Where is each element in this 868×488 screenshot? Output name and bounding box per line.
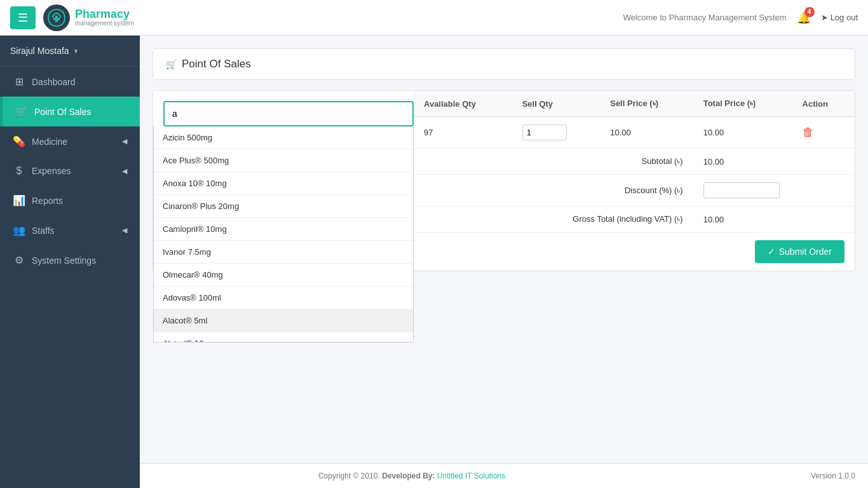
subtotal-label: Subtotal (৳)	[414, 149, 693, 175]
arrow-icon: ◀	[122, 167, 127, 175]
medicine-dropdown: Azicin 500mgAce Plus® 500mgAnoxa 10® 10m…	[153, 126, 414, 342]
arrow-icon: ◀	[122, 137, 127, 146]
order-panel: Available Qty Sell Qty Sell Price (৳) To…	[414, 91, 855, 271]
sidebar-item-medicine[interactable]: 💊 Medicine ◀	[0, 126, 140, 156]
sidebar-item-label-system-settings: System Settings	[32, 255, 96, 266]
discount-label: Discount (%) (৳)	[414, 175, 693, 207]
cell-available-qty: 97	[414, 117, 512, 149]
sidebar-item-dashboard[interactable]: ⊞ Dashboard	[0, 67, 140, 97]
sidebar: Sirajul Mostafa ▼ ⊞ Dashboard 🛒 Point Of…	[0, 36, 140, 488]
sidebar-item-point-of-sales[interactable]: 🛒 Point Of Sales	[0, 97, 140, 126]
checkmark-icon: ✓	[768, 247, 775, 257]
app-subtitle: management system	[75, 20, 134, 27]
cell-sell-qty	[512, 117, 600, 149]
system-settings-icon: ⚙	[13, 254, 25, 266]
dropdown-item[interactable]: Ace Plus® 500mg	[154, 149, 413, 172]
sidebar-item-system-settings[interactable]: ⚙ System Settings	[0, 245, 140, 275]
medicine-icon: 💊	[13, 135, 25, 147]
pos-card: a Azicin 500mgAce Plus® 500mgAnoxa 10® 1…	[153, 90, 855, 271]
navbar: ☰ Pharmacy management system Welcome to …	[0, 0, 868, 36]
sidebar-item-staffs[interactable]: 👥 Staffs ◀	[0, 215, 140, 245]
navbar-right: Welcome to Pharmacy Management System 🔔 …	[623, 11, 858, 25]
submit-label: Submit Order	[779, 247, 832, 257]
logout-button[interactable]: ➤ Log out	[821, 13, 858, 22]
dropdown-item[interactable]: Camlopril® 10mg	[154, 218, 413, 241]
sell-qty-input[interactable]	[522, 125, 567, 140]
welcome-text: Welcome to Pharmacy Management System	[623, 13, 787, 22]
cell-sell-price: 10.00	[600, 117, 693, 149]
sidebar-item-expenses[interactable]: $ Expenses ◀	[0, 156, 140, 186]
notification-badge: 4	[804, 7, 815, 17]
discount-value	[693, 175, 855, 207]
page-header-icon: 🛒	[166, 59, 177, 69]
point-of-sales-icon: 🛒	[15, 105, 28, 118]
medicine-search-input[interactable]: a	[163, 101, 414, 126]
col-total-price: Total Price (৳)	[693, 91, 792, 117]
user-name: Sirajul Mostafa	[10, 46, 69, 56]
logo-icon	[43, 4, 70, 31]
sidebar-item-label-medicine: Medicine	[32, 137, 67, 147]
discount-input[interactable]	[703, 182, 780, 198]
table-row: 97 10.00 10.00 🗑	[414, 117, 855, 149]
reports-icon: 📊	[13, 194, 25, 207]
submit-area: ✓ Submit Order	[414, 233, 855, 271]
sidebar-item-label-point-of-sales: Point Of Sales	[34, 107, 92, 117]
dropdown-item[interactable]: Ivanor 7.5mg	[154, 241, 413, 264]
staffs-icon: 👥	[13, 224, 25, 236]
discount-row: Discount (%) (৳)	[414, 175, 855, 207]
logo-text-area: Pharmacy management system	[75, 8, 134, 27]
cell-action: 🗑	[792, 117, 855, 149]
dropdown-item[interactable]: Adovas® 100ml	[154, 287, 413, 309]
sidebar-item-label-expenses: Expenses	[32, 166, 71, 176]
dropdown-item[interactable]: Cinaron® Plus 20mg	[154, 195, 413, 218]
gross-total-row: Gross Total (including VAT) (৳) 10.00	[414, 207, 855, 233]
main-content: 🛒 Point Of Sales a Azicin 500mgAce Plus®…	[140, 36, 868, 488]
arrow-icon: ◀	[122, 226, 127, 234]
gross-total-value: 10.00	[693, 207, 855, 233]
footer-copyright: Copyright © 2010.	[318, 471, 380, 480]
footer-version: Version 1.0.0	[811, 471, 855, 480]
cell-total-price: 10.00	[693, 117, 792, 149]
user-caret-icon: ▼	[73, 48, 79, 55]
app-title: Pharmacy	[75, 8, 134, 20]
sidebar-item-label-reports: Reports	[32, 196, 63, 206]
col-sell-price: Sell Price (৳)	[600, 91, 693, 117]
svg-rect-2	[53, 18, 60, 20]
dashboard-icon: ⊞	[13, 76, 25, 88]
dropdown-item[interactable]: Olmecar® 40mg	[154, 264, 413, 287]
footer-developer-link[interactable]: Untitled IT Solutions	[437, 471, 505, 480]
dropdown-item[interactable]: Anoxa 10® 10mg	[154, 172, 413, 195]
logout-label: Log out	[831, 13, 858, 22]
sidebar-item-reports[interactable]: 📊 Reports	[0, 186, 140, 215]
subtotal-value: 10.00	[693, 149, 855, 175]
page-title: Point Of Sales	[182, 58, 251, 71]
dropdown-item[interactable]: Alacot® 5ml	[154, 309, 413, 332]
gross-total-label: Gross Total (including VAT) (৳)	[414, 207, 693, 233]
col-available-qty: Available Qty	[414, 91, 512, 117]
delete-row-button[interactable]: 🗑	[803, 126, 814, 139]
sidebar-item-label-staffs: Staffs	[32, 226, 55, 236]
menu-toggle-button[interactable]: ☰	[10, 6, 36, 29]
logo-area: Pharmacy management system	[43, 4, 134, 31]
sidebar-nav: ⊞ Dashboard 🛒 Point Of Sales 💊 Medicine …	[0, 67, 140, 275]
sidebar-item-label-dashboard: Dashboard	[32, 77, 76, 87]
logout-icon: ➤	[821, 13, 828, 22]
page-header: 🛒 Point Of Sales	[153, 48, 855, 80]
dropdown-item[interactable]: Alatrol® 10mg	[154, 332, 413, 342]
dropdown-item[interactable]: Azicin 500mg	[154, 126, 413, 149]
search-panel: a Azicin 500mgAce Plus® 500mgAnoxa 10® 1…	[153, 91, 414, 126]
col-action: Action	[792, 91, 855, 117]
col-sell-qty: Sell Qty	[512, 91, 600, 117]
expenses-icon: $	[13, 165, 25, 177]
navbar-left: ☰ Pharmacy management system	[10, 4, 134, 31]
submit-order-button[interactable]: ✓ Submit Order	[755, 240, 844, 263]
sidebar-user[interactable]: Sirajul Mostafa ▼	[0, 36, 140, 67]
subtotal-row: Subtotal (৳) 10.00	[414, 149, 855, 175]
notification-bell-button[interactable]: 🔔 4	[797, 11, 811, 25]
footer-developed-by: Developed By:	[382, 471, 435, 480]
order-table: Available Qty Sell Qty Sell Price (৳) To…	[414, 91, 855, 233]
